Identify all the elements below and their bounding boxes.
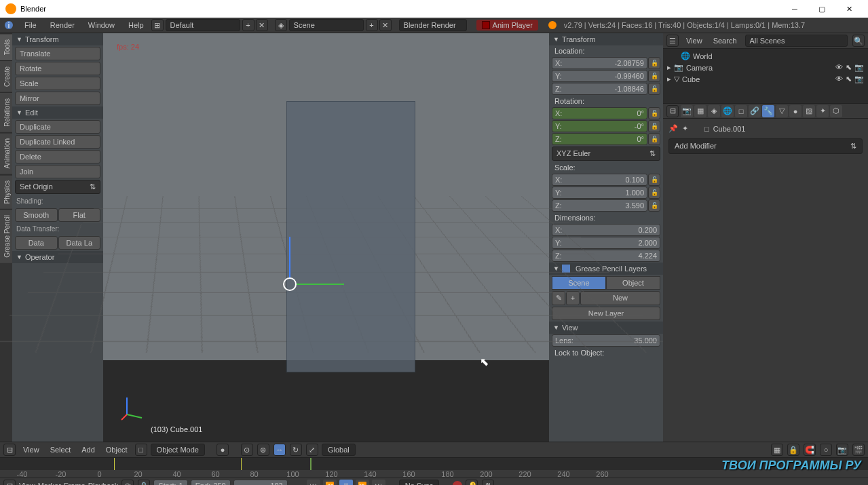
physics-tab[interactable]: ⬡	[830, 105, 842, 117]
outliner-display-mode[interactable]: All Scenes	[745, 35, 848, 47]
delete-scene-button[interactable]: ✕	[379, 19, 392, 31]
loc-z-lock[interactable]: 🔓	[648, 83, 660, 95]
outliner-cube-row[interactable]: ▸▽Cube 👁⬉📷	[664, 73, 867, 85]
render-icon[interactable]: 📷	[854, 63, 864, 72]
translate-widget[interactable]: ↔	[273, 444, 286, 456]
menu-window[interactable]: Window	[81, 18, 121, 33]
texture-tab[interactable]: ▨	[803, 105, 815, 117]
visible-icon[interactable]: 👁	[835, 63, 843, 72]
keying-set-icon[interactable]: 🔑	[466, 480, 478, 485]
scale-x-field[interactable]: X:0.100	[552, 174, 647, 186]
transform-header[interactable]: ▼Transform	[12, 33, 103, 45]
spine-tab-physics[interactable]: Physics	[0, 174, 12, 209]
outliner-search-icon[interactable]: 🔍	[852, 35, 865, 47]
mode-dropdown[interactable]: Object Mode	[151, 444, 205, 456]
duplicate-button[interactable]: Duplicate	[15, 120, 100, 134]
spine-tab-animation[interactable]: Animation	[0, 132, 12, 174]
lock-range-icon[interactable]: 🔒	[138, 480, 150, 485]
vp-view-menu[interactable]: View	[19, 446, 43, 454]
3d-viewport[interactable]: fps: 24 (103) Cube.001 ⬉	[103, 33, 549, 442]
loc-z-field[interactable]: Z:-1.08846	[552, 83, 647, 95]
close-button[interactable]: ✕	[835, 0, 863, 18]
outliner-view-menu[interactable]: View	[682, 37, 706, 45]
rotation-mode-dropdown[interactable]: XYZ Euler⇅	[552, 147, 660, 161]
data-tab[interactable]: ▽	[776, 105, 788, 117]
snap-icon[interactable]: 🧲	[804, 444, 816, 456]
cursor-icon[interactable]: ⬉	[846, 75, 852, 83]
pivot-icon[interactable]: ⊙	[241, 444, 253, 456]
mirror-button[interactable]: Mirror	[15, 92, 100, 105]
n-transform-header[interactable]: ▼Transform	[549, 33, 663, 45]
sync-mode-dropdown[interactable]: No Sync	[399, 480, 440, 485]
rot-z-lock[interactable]: 🔓	[648, 133, 660, 145]
loc-x-field[interactable]: X:-2.08759	[552, 57, 647, 69]
spine-tab-tools[interactable]: Tools	[0, 33, 12, 60]
data-button[interactable]: Data	[15, 236, 58, 250]
timeline-editor-icon[interactable]: ⊟	[3, 480, 16, 485]
start-frame-field[interactable]: Start:1	[153, 480, 187, 485]
outliner-search-menu[interactable]: Search	[709, 37, 741, 45]
spine-tab-grease-pencil[interactable]: Grease Pencil	[0, 209, 12, 263]
tl-frame-menu[interactable]: Frame	[64, 482, 86, 485]
lock-camera-icon[interactable]: 🔒	[787, 444, 799, 456]
screen-layout-icon[interactable]: ⊞	[151, 19, 164, 31]
opengl-render-icon[interactable]: 📷	[836, 444, 848, 456]
vp-object-menu[interactable]: Object	[102, 446, 132, 454]
scale-y-lock[interactable]: 🔓	[648, 187, 660, 199]
mode-icon[interactable]: □	[135, 444, 147, 456]
constraints-tab[interactable]: 🔗	[749, 105, 761, 117]
loc-y-lock[interactable]: 🔓	[648, 70, 660, 82]
rot-y-field[interactable]: Y:-0°	[552, 120, 647, 132]
scale-z-field[interactable]: Z:3.590	[552, 199, 647, 212]
loc-x-lock[interactable]: 🔓	[648, 57, 660, 69]
maximize-button[interactable]: ▢	[808, 0, 835, 18]
menu-render[interactable]: Render	[43, 18, 81, 33]
join-button[interactable]: Join	[15, 165, 100, 178]
add-layout-button[interactable]: +	[242, 19, 254, 31]
visible-icon[interactable]: 👁	[835, 75, 843, 83]
shading-smooth-button[interactable]: Smooth	[15, 208, 58, 222]
translate-button[interactable]: Translate	[15, 47, 100, 60]
set-origin-dropdown[interactable]: Set Origin⇅	[15, 180, 100, 194]
scene-tab[interactable]: ◈	[708, 105, 720, 117]
scale-y-field[interactable]: Y:1.000	[552, 187, 647, 199]
loc-y-field[interactable]: Y:-0.99460	[552, 70, 647, 82]
rot-y-lock[interactable]: 🔓	[648, 120, 660, 132]
render-engine-dropdown[interactable]: Blender Render	[399, 19, 467, 31]
tl-playback-menu[interactable]: Playback	[88, 482, 119, 485]
scale-x-lock[interactable]: 🔓	[648, 174, 660, 186]
render-layers-tab[interactable]: ▦	[694, 105, 706, 117]
duplicate-linked-button[interactable]: Duplicate Linked	[15, 135, 100, 149]
jump-end-button[interactable]: ⏭	[372, 480, 385, 485]
modifiers-tab[interactable]: 🔧	[762, 105, 774, 117]
outliner-camera-row[interactable]: ▸📷Camera 👁⬉📷	[664, 62, 867, 73]
range-icon[interactable]: ⟳	[121, 480, 134, 485]
rotate-button[interactable]: Rotate	[15, 62, 100, 75]
menu-file[interactable]: File	[18, 18, 43, 33]
rotate-widget[interactable]: ↻	[290, 444, 302, 456]
object-tab[interactable]: □	[735, 105, 747, 117]
layout-dropdown[interactable]: Default	[166, 19, 240, 31]
layers-icon[interactable]: ▦	[771, 444, 783, 456]
vp-select-menu[interactable]: Select	[46, 446, 75, 454]
add-modifier-dropdown[interactable]: Add Modifier⇅	[668, 138, 863, 154]
auto-keyframe-button[interactable]	[453, 481, 462, 485]
keyframe-prev-button[interactable]: ⏪	[323, 480, 337, 485]
spine-tab-relations[interactable]: Relations	[0, 92, 12, 132]
edit-header[interactable]: ▼Edit	[12, 106, 103, 119]
material-tab[interactable]: ●	[789, 105, 801, 117]
minimize-button[interactable]: ─	[781, 0, 808, 18]
manipulator-toggle[interactable]: ⊕	[257, 444, 269, 456]
keying-dropdown[interactable]: ⇅	[482, 480, 494, 485]
props-editor-icon[interactable]: ⊟	[666, 105, 679, 117]
scale-button[interactable]: Scale	[15, 77, 100, 90]
world-tab[interactable]: 🌐	[721, 105, 734, 117]
outliner-editor-icon[interactable]: ☰	[666, 35, 679, 47]
shading-mode-icon[interactable]: ●	[216, 444, 229, 456]
manipulator-gizmo[interactable]	[283, 277, 297, 291]
scale-z-lock[interactable]: 🔓	[648, 199, 660, 212]
spine-tab-create[interactable]: Create	[0, 60, 12, 92]
info-editor-icon[interactable]: i	[0, 18, 18, 33]
delete-button[interactable]: Delete	[15, 150, 100, 163]
cursor-icon[interactable]: ⬉	[846, 63, 852, 72]
